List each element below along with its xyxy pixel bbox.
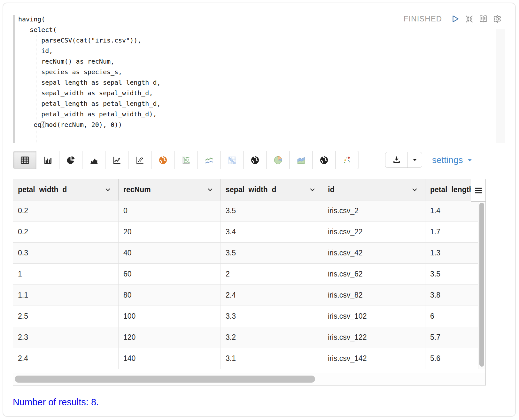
vertical-scrollbar-thumb[interactable] [479, 203, 484, 367]
table-row: 1.1802.4iris.csv_823.8 [13, 285, 485, 306]
table-cell: iris.csv_82 [323, 285, 425, 306]
area-pastel-chart-button[interactable] [290, 151, 313, 169]
bubble-chart-icon [181, 155, 191, 165]
settings-toggle[interactable]: settings [432, 151, 473, 169]
table-row: 2.41403.1iris.csv_1425.6 [13, 348, 485, 369]
gear-icon [492, 14, 502, 24]
scatter-chart-button[interactable] [128, 151, 151, 169]
area-chart-icon [89, 155, 99, 165]
table-cell: 3.1 [221, 348, 323, 369]
table-cell: 5.6 [425, 348, 485, 369]
matching-paren-highlight: ( [41, 121, 45, 128]
download-format-caret-button[interactable] [408, 152, 422, 167]
table-cell: 1.7 [425, 222, 485, 242]
table-cell: 3.8 [425, 285, 485, 306]
table-cell: 3.5 [221, 243, 323, 263]
table-cell: 140 [118, 348, 221, 369]
column-menu-chevron-icon[interactable] [412, 188, 417, 192]
table-cell: 1.3 [425, 243, 485, 263]
show-editor-button[interactable] [478, 14, 488, 24]
code-editor[interactable]: having( select( parseCSV(cat("iris.csv")… [13, 14, 509, 146]
column-menu-chevron-icon[interactable] [105, 188, 111, 192]
horizontal-scrollbar-thumb[interactable] [15, 376, 315, 383]
caret-down-icon [411, 156, 418, 163]
play-icon [450, 14, 460, 24]
area-pastel-icon [296, 155, 306, 165]
pie-chart-button[interactable] [59, 151, 82, 169]
table-horizontal-scrollbar[interactable] [13, 373, 485, 385]
table-cell: 0.2 [13, 222, 118, 242]
globe-dark-icon [250, 155, 260, 165]
paragraph-status-bar: FINISHED [404, 14, 502, 24]
paragraph-settings-button[interactable] [492, 14, 502, 24]
table-cell: 2 [221, 264, 323, 284]
code-line: species as species_s, [18, 67, 161, 77]
line-chart-button[interactable] [105, 151, 128, 169]
table-cell: 2.3 [13, 327, 118, 348]
settings-caret-icon [466, 157, 473, 164]
pie-pastel-chart-button[interactable] [267, 151, 290, 169]
table-cell: 3.3 [221, 306, 323, 327]
map-globe-orange-icon [158, 155, 168, 165]
table-row: 2.31203.2iris.csv_1225.7 [13, 327, 485, 348]
code-line: recNum() as recNum, [18, 56, 161, 67]
run-paragraph-button[interactable] [450, 14, 460, 24]
bar-chart-button[interactable] [36, 151, 59, 169]
paragraph-status: FINISHED [404, 14, 442, 23]
column-header-petal_width_d[interactable]: petal_width_d [13, 179, 118, 200]
table-cell: 40 [118, 243, 221, 263]
column-header-label: sepal_width_d [221, 179, 323, 200]
result-table: petal_width_drecNumsepal_width_didpetal_… [13, 179, 486, 385]
globe-chart-button[interactable] [244, 151, 267, 169]
table-cell: 2.4 [13, 348, 118, 369]
table-cell: iris.csv_62 [323, 264, 425, 284]
table-body: 0.203.5iris.csv_21.40.2203.4iris.csv_221… [13, 200, 485, 369]
column-header-sepal_width_d[interactable]: sepal_width_d [221, 179, 323, 200]
table-header-row: petal_width_drecNumsepal_width_didpetal_… [13, 179, 485, 200]
table-cell: 3.5 [425, 264, 485, 284]
hamburger-icon [474, 186, 483, 195]
table-row: 0.203.5iris.csv_21.4 [13, 200, 485, 222]
column-header-recNum[interactable]: recNum [118, 179, 221, 200]
collapse-output-button[interactable] [464, 14, 474, 24]
table-cell: 3.4 [221, 222, 323, 242]
table-cell: 0.3 [13, 243, 118, 263]
multi-line-chart-button[interactable] [198, 151, 221, 169]
map-chart-button[interactable] [151, 151, 174, 169]
table-cell: 1 [13, 264, 118, 284]
table-cell: 20 [118, 222, 221, 242]
heatmap-chart-button[interactable] [221, 151, 244, 169]
table-cell: 1.4 [425, 200, 485, 221]
table-cell: 3.5 [221, 200, 323, 221]
globe-chart-button-2[interactable] [313, 151, 336, 169]
scatter-plot-icon [135, 155, 145, 165]
table-cell: 80 [118, 285, 221, 306]
column-menu-chevron-icon[interactable] [310, 188, 315, 192]
table-cell: 3.2 [221, 327, 323, 348]
table-row: 2.51003.3iris.csv_1026 [13, 306, 485, 327]
collapse-icon [465, 14, 474, 24]
bubble-chart-button[interactable] [174, 151, 198, 169]
column-header-id[interactable]: id [323, 179, 425, 200]
area-chart-button[interactable] [82, 151, 105, 169]
table-menu-button[interactable] [471, 179, 485, 202]
download-button[interactable] [385, 152, 408, 167]
code-line: select( [18, 25, 161, 35]
table-cell: iris.csv_122 [323, 327, 425, 348]
line-chart-icon [112, 155, 122, 165]
table-cell: iris.csv_102 [323, 306, 425, 327]
table-view-button[interactable] [13, 151, 36, 169]
table-cell: iris.csv_142 [323, 348, 425, 369]
column-header-label: recNum [119, 179, 221, 200]
table-cell: 2.5 [13, 306, 118, 327]
results-count: Number of results: 8. [13, 397, 99, 408]
table-cell: 5.7 [425, 327, 485, 348]
column-menu-chevron-icon[interactable] [207, 188, 213, 192]
code-line: sepal_width as sepal_width_d, [18, 88, 161, 98]
pie-pastel-icon [273, 155, 283, 165]
download-button-group [385, 152, 422, 168]
table-vertical-scrollbar[interactable] [478, 201, 485, 369]
scatter-colored-chart-button[interactable] [336, 151, 359, 169]
editor-gutter [13, 15, 15, 143]
editor-scrollbar[interactable] [496, 29, 505, 143]
